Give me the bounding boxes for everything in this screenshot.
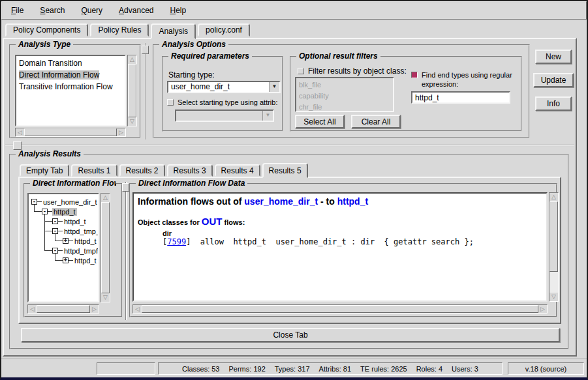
tree-node[interactable]: +httpd_t	[63, 256, 98, 265]
expand-icon[interactable]: +	[63, 238, 69, 244]
tab-results-4[interactable]: Results 4	[215, 164, 260, 177]
scroll-right-icon[interactable]: ▷	[117, 128, 125, 136]
scrollbar-thumb[interactable]	[549, 201, 558, 272]
vertical-scrollbar[interactable]: △ ▽	[101, 193, 110, 302]
analysis-page: Analysis Type Domain Transition Direct I…	[3, 38, 577, 357]
flow-tree-legend: Direct Information Flow Tree	[30, 179, 116, 188]
tree-node-label[interactable]: httpd_tmp_t	[63, 227, 99, 235]
scroll-left-icon[interactable]: ◁	[16, 128, 24, 136]
list-item-selected[interactable]: Direct Information Flow	[16, 69, 125, 81]
menu-file[interactable]: File	[8, 5, 26, 16]
scroll-right-icon[interactable]: ▷	[538, 305, 547, 313]
tab-policy-conf[interactable]: policy.conf	[198, 23, 250, 37]
tree-data-sash-line	[125, 182, 127, 320]
tab-results-3[interactable]: Results 3	[167, 164, 213, 177]
scroll-left-icon[interactable]: ◁	[28, 305, 37, 313]
filter-object-class-checkbox[interactable]	[298, 68, 304, 74]
collapse-icon[interactable]: -	[52, 228, 58, 234]
horizontal-scrollbar[interactable]: ◁ ▷	[132, 304, 548, 314]
menu-help[interactable]: Help	[167, 5, 189, 16]
tree-node-selected[interactable]: -httpd_t	[42, 207, 77, 216]
scroll-up-icon[interactable]: △	[101, 194, 110, 202]
collapse-icon[interactable]: -	[42, 209, 48, 214]
tree-node[interactable]: -user_home_dir_t	[31, 197, 99, 207]
regex-input[interactable]	[411, 91, 510, 104]
stat-te-rules: TE rules: 2625	[360, 365, 407, 373]
tab-empty-tab[interactable]: Empty Tab	[20, 164, 69, 177]
tree-node-label[interactable]: httpd_t	[63, 218, 87, 226]
statusbar-stats: Classes: 53 Perms: 192 Types: 317 Attrib…	[158, 362, 503, 375]
tab-results-2[interactable]: Results 2	[119, 164, 165, 177]
collapse-icon[interactable]: -	[52, 218, 58, 224]
menu-query[interactable]: Query	[78, 5, 105, 16]
scroll-left-icon[interactable]: ◁	[133, 305, 142, 313]
results-tab-bar: Empty Tab Results 1 Results 2 Results 3 …	[20, 160, 310, 177]
scroll-down-icon[interactable]: ▽	[549, 293, 558, 301]
scroll-down-icon[interactable]: ▽	[128, 117, 136, 126]
tab-analysis[interactable]: Analysis	[151, 23, 196, 39]
tab-results-5[interactable]: Results 5	[262, 163, 308, 178]
results-sash-handle[interactable]	[13, 141, 22, 150]
attrib-checkbox-label: Select starting type using attrib:	[178, 98, 277, 107]
collapse-icon[interactable]: -	[31, 199, 37, 205]
tree-node-label[interactable]: httpd_t	[73, 257, 98, 265]
scrollbar-thumb[interactable]	[101, 202, 110, 293]
tab-results-1[interactable]: Results 1	[71, 164, 117, 177]
tree-node[interactable]: -httpd_tmpfs_t	[52, 246, 99, 256]
tree-connector	[44, 212, 45, 250]
expand-icon[interactable]: +	[63, 257, 69, 263]
tab-policy-components[interactable]: Policy Components	[5, 23, 88, 37]
tree-node-label[interactable]: httpd_t	[73, 237, 98, 245]
pane-sash-handle[interactable]	[142, 46, 149, 54]
scrollbar-thumb[interactable]	[142, 305, 538, 313]
tree-connector	[34, 211, 42, 212]
tree-node[interactable]: +httpd_t	[63, 236, 98, 246]
collapse-icon[interactable]: -	[52, 248, 58, 254]
scroll-up-icon[interactable]: △	[128, 55, 136, 64]
info-button[interactable]: Info	[535, 96, 572, 111]
stat-roles: Roles: 4	[416, 365, 442, 373]
vertical-scrollbar[interactable]: △ ▽	[549, 192, 559, 302]
starting-type-value: user_home_dir_t	[168, 82, 269, 92]
tree-node[interactable]: -httpd_tmp_t	[52, 226, 99, 236]
list-item[interactable]: Transitive Information Flow	[16, 81, 125, 93]
attrib-checkbox-row[interactable]: Select starting type using attrib:	[167, 98, 277, 107]
regex-checkbox-checked[interactable]	[411, 72, 418, 78]
starting-type-combobox[interactable]: user_home_dir_t ▼	[167, 81, 281, 93]
filter-checkbox-row[interactable]: Filter results by object class:	[298, 66, 407, 76]
main-tab-bar: Policy Components Policy Rules Analysis …	[5, 22, 252, 38]
scroll-down-icon[interactable]: ▽	[101, 293, 110, 302]
attrib-checkbox[interactable]	[167, 99, 174, 106]
tab-policy-rules[interactable]: Policy Rules	[90, 23, 149, 37]
scroll-up-icon[interactable]: △	[549, 193, 558, 201]
scrollbar-thumb[interactable]	[128, 64, 136, 117]
scroll-right-icon[interactable]: ▷	[90, 305, 99, 313]
tree-node-label[interactable]: user_home_dir_t	[42, 198, 99, 206]
horizontal-scrollbar[interactable]: ◁ ▷	[15, 128, 126, 137]
rule-number-link[interactable]: 7599	[167, 237, 186, 246]
regex-checkbox-row[interactable]: Find end types using regular expression:	[411, 70, 512, 89]
analysis-type-listbox: Domain Transition Direct Information Flo…	[15, 55, 126, 126]
optional-filters-legend: Optional result filters	[296, 51, 380, 61]
clear-all-button[interactable]: Clear All	[351, 115, 401, 128]
dropdown-arrow-icon: ▼	[262, 111, 273, 121]
tree-node-label[interactable]: httpd_tmpfs_t	[63, 247, 99, 255]
tree-data-sash-handle[interactable]	[122, 183, 129, 192]
new-button[interactable]: New	[535, 50, 572, 64]
menu-advanced[interactable]: Advanced	[116, 5, 156, 16]
close-tab-button[interactable]: Close Tab	[21, 328, 560, 342]
tree-node[interactable]: -httpd_t	[52, 216, 87, 226]
vertical-scrollbar[interactable]: △ ▽	[127, 55, 137, 126]
menu-search[interactable]: Search	[37, 5, 67, 16]
flow-data-text[interactable]: Information flows out of user_home_dir_t…	[132, 192, 548, 302]
list-item[interactable]: Domain Transition	[16, 57, 125, 69]
scrollbar-thumb[interactable]	[24, 128, 117, 136]
scrollbar-thumb[interactable]	[37, 305, 90, 313]
analysis-type-group: Analysis Type Domain Transition Direct I…	[9, 44, 141, 138]
dropdown-arrow-icon[interactable]: ▼	[269, 82, 279, 92]
tree-node-label[interactable]: httpd_t	[52, 208, 77, 216]
required-parameters-legend: Required parameters	[168, 51, 252, 61]
horizontal-scrollbar[interactable]: ◁ ▷	[27, 304, 99, 314]
update-button[interactable]: Update	[533, 73, 574, 87]
select-all-button[interactable]: Select All	[295, 115, 345, 128]
